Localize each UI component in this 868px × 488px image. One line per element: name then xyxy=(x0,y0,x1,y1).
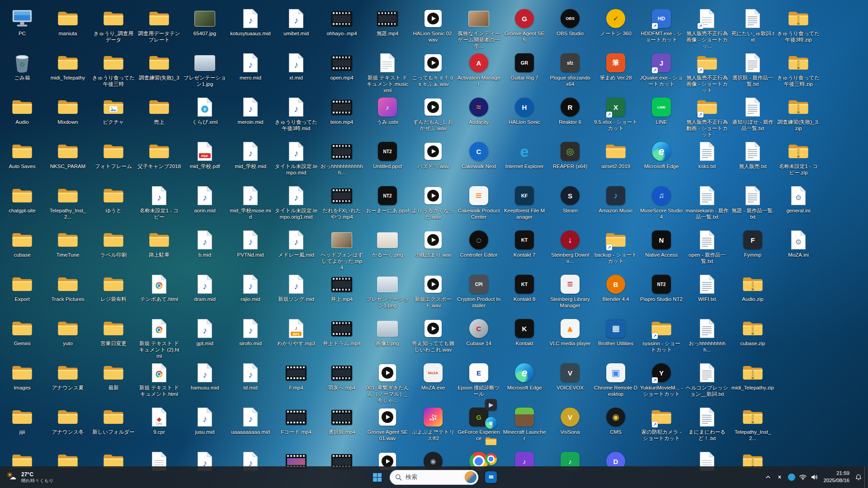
desktop-icon[interactable]: F.mp4 xyxy=(274,362,318,391)
taskbar-app-mail[interactable]: ✉ xyxy=(482,468,500,486)
desktop-icon[interactable]: ◎REAPER (x64) xyxy=(548,141,592,169)
desktop-icon[interactable]: airset2-2019 xyxy=(594,141,637,169)
desktop-icon[interactable]: 無人販売.txt xyxy=(731,141,774,169)
desktop-icon[interactable]: 新しいフォルダー xyxy=(92,406,135,435)
desktop-icon[interactable]: ↗無人販売不正行為画像 - ショートカッ... xyxy=(685,8,729,49)
desktop-icon[interactable]: ♪メドレー風.mid xyxy=(274,229,318,258)
desktop-icon[interactable]: GGroove Agent SE 5 xyxy=(503,8,546,43)
desktop-icon[interactable]: ♪aorin.mid xyxy=(183,185,226,214)
desktop-icon[interactable]: 筆筆まめ Ver.28 xyxy=(594,52,637,81)
desktop-icon[interactable]: eMicrosoft Edge xyxy=(640,141,683,169)
desktop-icon[interactable]: ♪td.mid xyxy=(229,362,272,391)
desktop-icon[interactable]: ✓ノートン 360 xyxy=(594,8,637,37)
desktop-icon[interactable]: jijii xyxy=(0,406,44,435)
desktop-icon[interactable]: J↗JQuake.exe - ショートカット xyxy=(640,52,683,87)
taskbar-app-file-explorer[interactable] xyxy=(482,432,500,450)
desktop-icon[interactable]: 新規 テキスト ドキュメント (2).html xyxy=(137,318,181,359)
desktop-icon[interactable]: ♪Amazon Music xyxy=(594,185,637,214)
desktop-icon[interactable]: yuto xyxy=(46,318,90,347)
desktop-icon[interactable]: HHALion Sonic xyxy=(503,96,546,125)
desktop-icon[interactable]: 父子キャンプ2018 xyxy=(137,141,181,169)
desktop-icon[interactable]: ◉CMS xyxy=(594,406,637,435)
desktop-icon[interactable]: sfzPlogue sforzando x64 xyxy=(548,52,592,87)
desktop-icon[interactable]: ♪タイトル未設定.tempo.mid xyxy=(274,141,318,176)
desktop-icon[interactable]: パズドラ.wav xyxy=(411,141,455,169)
desktop-icon[interactable]: ◌Controller Editor xyxy=(457,229,500,258)
desktop-icon[interactable]: 65407.jpg xyxy=(183,8,226,37)
desktop-icon[interactable]: ♪きゅうり食ってた午後3時.mid xyxy=(274,96,318,131)
desktop-icon[interactable]: きゅうり食ってた午後三時 xyxy=(92,52,135,87)
desktop-icon[interactable]: おっhhhhhhhhhh... xyxy=(685,318,729,353)
desktop-icon[interactable]: PC xyxy=(0,8,44,37)
desktop-icon[interactable]: ≡Steinberg Library Manager xyxy=(548,273,592,309)
desktop-icon[interactable]: ♻ごみ箱 xyxy=(0,52,44,81)
desktop-icon[interactable]: 名称未設定1 - コピー.zip xyxy=(777,141,820,176)
desktop-icon[interactable]: cubase xyxy=(0,229,44,258)
desktop-icon[interactable]: ずんだもん_しおかぜふ.wav xyxy=(411,96,455,131)
desktop-icon[interactable]: ≈Audacity xyxy=(457,96,500,125)
desktop-icon[interactable]: ♪名称未設定1 - コピー xyxy=(137,185,181,220)
desktop-icon[interactable]: 選択肢.mp4 xyxy=(320,406,363,435)
desktop-icon[interactable]: ♪rajio.mid xyxy=(229,273,272,302)
desktop-icon[interactable]: きゅうり_調査用データ xyxy=(92,8,135,43)
desktop-icon[interactable]: Minecraft Launcher xyxy=(503,406,546,441)
desktop-icon[interactable]: KTKontakt 7 xyxy=(503,229,546,258)
desktop-icon[interactable]: Export xyxy=(0,273,44,302)
desktop-icon[interactable]: だれをFXいれたやつ.mp4 xyxy=(320,185,363,220)
desktop-icon[interactable]: NNative Access xyxy=(640,229,683,258)
desktop-icon[interactable]: ♪新規ソング.mid xyxy=(274,273,318,302)
desktop-icon[interactable]: midi_Telepathy.zip xyxy=(731,362,774,391)
desktop-icon[interactable]: BBlender 4.4 xyxy=(594,273,637,302)
desktop-icon[interactable]: Fコード.mp4 xyxy=(274,406,318,435)
desktop-icon[interactable]: まにまにわーるど！.txt xyxy=(685,406,729,441)
desktop-icon[interactable]: ↗backup - ショートカット xyxy=(594,229,637,264)
desktop-icon[interactable]: CCakewalk Next xyxy=(457,141,500,169)
desktop-icon[interactable]: 孤独なインディーゲーム開発者の一生... xyxy=(457,8,500,49)
desktop-icon[interactable]: VVoiSona xyxy=(548,406,592,435)
taskbar-app-edge[interactable]: e xyxy=(482,414,500,432)
desktop-icon[interactable]: Auto Saves xyxy=(0,141,44,169)
desktop-icon[interactable]: Audio xyxy=(0,96,44,125)
desktop-icon[interactable]: ▲VLC media player xyxy=(548,318,592,347)
desktop-icon[interactable]: ♪meroin.mid xyxy=(229,96,272,125)
desktop-icon[interactable]: ヘッドフォンはずしてよかった.mp4 xyxy=(320,229,363,271)
desktop-icon[interactable]: Mixdown xyxy=(46,96,90,125)
taskbar-app-office-grid[interactable]: ▦ xyxy=(482,486,500,488)
desktop-icon[interactable]: ohhayo-.mp4 xyxy=(320,8,363,37)
desktop-icon[interactable]: ▣Chrome Remote Desktop xyxy=(594,362,637,397)
desktop-icon[interactable]: 選択肢 - 親作品一覧.txt xyxy=(731,52,774,87)
desktop-icon[interactable]: ♪uaaaaaaaaa.mid xyxy=(229,406,272,435)
desktop-icon[interactable]: 無題.mp4 xyxy=(366,8,409,37)
taskbar-app-chrome[interactable] xyxy=(482,450,500,468)
desktop-icon[interactable]: 新規 テキスト ドキュメント.html xyxy=(137,362,181,397)
desktop-icon[interactable]: ♪mero.mid xyxy=(229,52,272,81)
desktop-icon[interactable]: PDFmid_学校.pdf xyxy=(183,141,226,169)
desktop-icon[interactable]: アナウンス冬 xyxy=(46,406,90,435)
show-desktop-button[interactable] xyxy=(864,466,867,488)
desktop-icon[interactable]: 死にたい_ゅ歌詞.txt xyxy=(731,8,774,43)
desktop-icon[interactable]: NT2おーまーにあ.ppsf xyxy=(366,185,409,214)
desktop-icon[interactable]: ↗無人販売不正行為画像 - ショートカット xyxy=(685,52,729,94)
desktop-icon[interactable]: cubase.zip xyxy=(731,318,774,347)
desktop-icon[interactable]: Gemini xyxy=(0,318,44,347)
desktop-icon[interactable]: Telepathy_Inst_2... xyxy=(46,185,90,220)
desktop-icon[interactable]: ♪b.mid xyxy=(183,229,226,258)
desktop-icon[interactable]: きゅうり食ってた午後三時.zip xyxy=(777,52,820,87)
desktop-icon[interactable]: EEpson 接続診断ツール xyxy=(457,362,500,397)
desktop-icon[interactable]: GRGuitar Rig 7 xyxy=(503,52,546,81)
desktop-icon[interactable]: ♪kotusytuaaus.mid xyxy=(229,8,272,37)
desktop-icon[interactable]: maniuta xyxy=(46,8,90,37)
desktop-icon[interactable]: 通知りぼせ - 親作品一覧.txt xyxy=(731,96,774,131)
desktop-icon[interactable]: open - 親作品一覧.txt xyxy=(685,229,729,264)
desktop-icon[interactable]: manisekarin - 親作品一覧.txt xyxy=(685,185,729,220)
desktop-icon[interactable]: ♪タイトル未設定.tempo.orig1.mid xyxy=(274,185,318,220)
volume-icon[interactable] xyxy=(809,468,820,486)
wifi-icon[interactable] xyxy=(797,468,808,486)
hidden-icons-chevron[interactable] xyxy=(763,468,774,486)
desktop-icon[interactable]: ↗無人販売不正行為動画 - ショートカット xyxy=(685,96,729,138)
desktop-icon[interactable]: テンポあて.html xyxy=(137,273,181,302)
desktop-icon[interactable]: 001_車繋ぎきたんん（ノーマル）_今じゃ... xyxy=(366,362,409,404)
desktop-icon[interactable]: ◆CPR9.cpr xyxy=(137,406,181,435)
desktop-icon[interactable]: 調査練習(失敗)_3 xyxy=(137,52,181,81)
desktop-icon[interactable]: ♪xl.mid xyxy=(274,52,318,81)
